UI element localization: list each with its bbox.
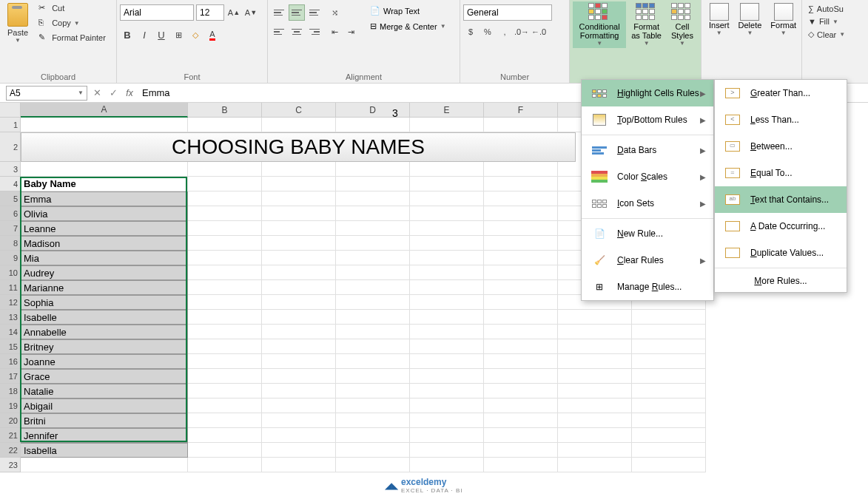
row-header-15[interactable]: 15: [0, 339, 21, 354]
cell-C11[interactable]: [262, 280, 336, 295]
cell-D14[interactable]: [336, 325, 410, 339]
align-top-button[interactable]: [271, 4, 287, 21]
clear-button[interactable]: ◇Clear▼: [805, 28, 848, 41]
delete-button[interactable]: Delete▼: [734, 1, 767, 38]
cell-G15[interactable]: [558, 339, 632, 354]
cell-A16[interactable]: Joanne: [21, 354, 188, 369]
cell-H23[interactable]: [632, 458, 706, 472]
cell-C19[interactable]: [262, 398, 336, 413]
col-header-B[interactable]: B: [188, 103, 262, 118]
cell-E21[interactable]: [410, 428, 484, 443]
cell-B3[interactable]: [188, 162, 262, 177]
cell-A21[interactable]: Jennifer: [21, 428, 188, 443]
cell-E17[interactable]: [410, 369, 484, 384]
cell-F23[interactable]: [484, 458, 558, 472]
cell-G22[interactable]: [558, 443, 632, 458]
cell-G20[interactable]: [558, 413, 632, 428]
menu-data-bars[interactable]: Data Bars ▶: [582, 137, 713, 163]
menu-highlight-cells-rules[interactable]: Highlight Cells Rules ▶: [582, 80, 713, 106]
cell-E20[interactable]: [410, 413, 484, 428]
cell-D5[interactable]: [336, 191, 410, 206]
cell-E8[interactable]: [410, 236, 484, 251]
font-color-button[interactable]: A: [205, 27, 220, 43]
row-header-8[interactable]: 8: [0, 236, 21, 251]
cell-F12[interactable]: [484, 295, 558, 310]
autosum-button[interactable]: ∑AutoSu: [805, 3, 847, 15]
cell-B18[interactable]: [188, 384, 262, 398]
cell-H14[interactable]: [632, 325, 706, 339]
cell-B12[interactable]: [188, 295, 262, 310]
cell-E15[interactable]: [410, 339, 484, 354]
cell-F7[interactable]: [484, 221, 558, 236]
cell-D18[interactable]: [336, 384, 410, 398]
cell-A19[interactable]: Abigail: [21, 398, 188, 413]
cell-D9[interactable]: [336, 251, 410, 265]
paste-button[interactable]: Paste ▼: [3, 1, 33, 45]
cell-E3[interactable]: [410, 162, 484, 177]
format-as-table-button[interactable]: Format as Table▼: [626, 1, 667, 48]
row-header-10[interactable]: 10: [0, 265, 21, 280]
row-header-20[interactable]: 20: [0, 413, 21, 428]
col-header-A[interactable]: A: [21, 103, 188, 118]
cell-D4[interactable]: [336, 177, 410, 191]
cell-C10[interactable]: [262, 265, 336, 280]
cell-G19[interactable]: [558, 398, 632, 413]
cell-A22[interactable]: Isabella: [21, 443, 188, 458]
col-header-E[interactable]: E: [410, 103, 484, 118]
cell-D15[interactable]: [336, 339, 410, 354]
percent-format-button[interactable]: %: [480, 24, 495, 40]
cell-D3[interactable]: [336, 162, 410, 177]
row-header-14[interactable]: 14: [0, 325, 21, 339]
cell-A20[interactable]: Britni: [21, 413, 188, 428]
cell-B1[interactable]: [188, 118, 262, 132]
cell-C15[interactable]: [262, 339, 336, 354]
align-right-button[interactable]: [306, 24, 323, 40]
enter-formula-button[interactable]: ✓: [105, 85, 121, 101]
cell-D17[interactable]: [336, 369, 410, 384]
align-center-button[interactable]: [289, 24, 305, 40]
cell-F8[interactable]: [484, 236, 558, 251]
row-header-22[interactable]: 22: [0, 443, 21, 458]
cell-F11[interactable]: [484, 280, 558, 295]
cancel-formula-button[interactable]: ✕: [89, 85, 105, 101]
cell-C16[interactable]: [262, 354, 336, 369]
align-middle-button[interactable]: [289, 4, 305, 21]
cell-A4[interactable]: Baby Name: [21, 177, 188, 191]
cell-C22[interactable]: [262, 443, 336, 458]
cell-D19[interactable]: [336, 398, 410, 413]
cell-F9[interactable]: [484, 251, 558, 265]
align-left-button[interactable]: [271, 24, 287, 40]
cell-C4[interactable]: [262, 177, 336, 191]
row-header-16[interactable]: 16: [0, 354, 21, 369]
font-size-select[interactable]: [196, 4, 224, 21]
cell-H17[interactable]: [632, 369, 706, 384]
name-box[interactable]: A5▼: [6, 86, 87, 101]
cell-A9[interactable]: Mia: [21, 251, 188, 265]
cell-A18[interactable]: Natalie: [21, 384, 188, 398]
col-header-D[interactable]: D: [336, 103, 410, 118]
cell-C21[interactable]: [262, 428, 336, 443]
cell-D1[interactable]: [336, 118, 410, 132]
cell-C9[interactable]: [262, 251, 336, 265]
cell-B10[interactable]: [188, 265, 262, 280]
cell-A8[interactable]: Madison: [21, 236, 188, 251]
cell-A1[interactable]: [21, 118, 188, 132]
cell-F10[interactable]: [484, 265, 558, 280]
cell-D23[interactable]: [336, 458, 410, 472]
cell-B19[interactable]: [188, 398, 262, 413]
wrap-text-button[interactable]: 📄Wrap Text: [367, 4, 449, 17]
cell-G14[interactable]: [558, 325, 632, 339]
cell-styles-button[interactable]: Cell Styles▼: [667, 1, 698, 48]
row-header-18[interactable]: 18: [0, 384, 21, 398]
menu-color-scales[interactable]: Color Scales ▶: [582, 163, 713, 190]
cell-E9[interactable]: [410, 251, 484, 265]
cell-B9[interactable]: [188, 251, 262, 265]
cell-A7[interactable]: Leanne: [21, 221, 188, 236]
cell-E7[interactable]: [410, 221, 484, 236]
menu-clear-rules[interactable]: 🧹 Clear Rules ▶: [582, 247, 713, 274]
cell-A6[interactable]: Olivia: [21, 206, 188, 221]
comma-format-button[interactable]: ,: [497, 24, 512, 40]
border-button[interactable]: ⊞: [171, 27, 186, 43]
number-format-select[interactable]: [463, 4, 552, 21]
cell-E23[interactable]: [410, 458, 484, 472]
